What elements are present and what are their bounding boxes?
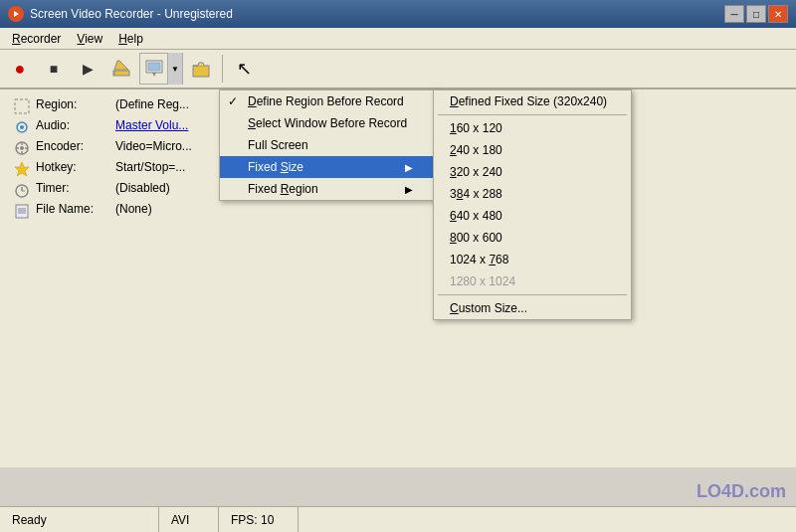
encoder-label: Encoder: (36, 139, 115, 153)
timer-label: Timer: (36, 181, 115, 195)
filename-label: File Name: (36, 202, 115, 216)
status-text: Ready (0, 507, 159, 532)
play-button[interactable]: ▶ (72, 53, 103, 85)
format-text: AVI (159, 507, 219, 532)
384x288-label: 384 x 288 (450, 187, 502, 201)
toolbar-separator (222, 55, 223, 83)
svg-point-11 (20, 125, 24, 129)
region-icon (12, 98, 32, 114)
main-dropdown-menu: ✓ Define Region Before Record Select Win… (219, 89, 438, 201)
svg-rect-8 (193, 66, 209, 77)
encoder-icon (12, 140, 32, 156)
submenu-160x120[interactable]: 160 x 120 (434, 117, 631, 139)
capture-main-button[interactable] (140, 53, 168, 85)
menu-bar: Recorder View Help (0, 28, 796, 50)
submenu-arrow-icon: ▶ (405, 162, 413, 173)
hotkey-icon (12, 161, 32, 177)
region-label: Region: (36, 97, 115, 111)
open-button[interactable] (185, 53, 217, 85)
record-button[interactable]: ● (4, 53, 36, 85)
minimize-button[interactable]: ─ (724, 5, 744, 23)
encoder-value: Video=Micro... (115, 139, 192, 153)
svg-rect-2 (113, 71, 129, 76)
filename-icon (12, 203, 32, 219)
svg-marker-18 (15, 162, 29, 176)
timer-icon (12, 182, 32, 198)
320x240-label: 320 x 240 (450, 165, 502, 179)
submenu-384x288[interactable]: 384 x 288 (434, 183, 631, 205)
menu-option-define-region[interactable]: ✓ Define Region Before Record (220, 90, 437, 112)
submenu-custom-size[interactable]: Custom Size... (434, 297, 631, 319)
maximize-button[interactable]: □ (746, 5, 766, 23)
select-window-label: Select Window Before Record (248, 116, 407, 130)
toolbar: ● ■ ▶ ▼ ↖ (0, 50, 796, 89)
title-bar-left: Screen Video Recorder - Unregistered (8, 6, 233, 22)
cursor-button[interactable]: ↖ (228, 53, 260, 85)
svg-marker-3 (114, 61, 128, 70)
submenu-1024x768[interactable]: 1024 x 768 (434, 249, 631, 270)
svg-rect-9 (15, 99, 29, 113)
hotkey-label: Hotkey: (36, 160, 115, 174)
timer-value: (Disabled) (115, 181, 170, 195)
stop-button[interactable]: ■ (38, 53, 70, 85)
submenu-divider-2 (438, 294, 627, 295)
region-value: (Define Reg... (115, 97, 189, 111)
capture-dropdown-arrow[interactable]: ▼ (168, 53, 182, 85)
title-bar: Screen Video Recorder - Unregistered ─ □… (0, 0, 796, 28)
edit-button[interactable] (105, 53, 137, 85)
audio-value: Master Volu... (115, 118, 188, 132)
1024x768-label: 1024 x 768 (450, 253, 508, 266)
submenu-640x480[interactable]: 640 x 480 (434, 205, 631, 227)
defined-fixed-size-label: Defined Fixed Size (320x240) (450, 94, 607, 108)
submenu-defined-fixed-size[interactable]: Defined Fixed Size (320x240) (434, 90, 631, 112)
filename-row: File Name: (None) (12, 202, 784, 219)
submenu-1280x1024: 1280 x 1024 (434, 270, 631, 292)
window-title: Screen Video Recorder - Unregistered (30, 7, 233, 21)
fixed-size-label: Fixed Size (248, 160, 303, 174)
audio-icon (12, 119, 32, 135)
svg-rect-6 (148, 63, 160, 71)
full-screen-label: Full Screen (248, 138, 308, 152)
submenu-divider-1 (438, 114, 627, 115)
checkmark-icon: ✓ (228, 94, 238, 108)
menu-option-fixed-size[interactable]: Fixed Size ▶ (220, 156, 437, 178)
audio-label: Audio: (36, 118, 115, 132)
custom-size-label: Custom Size... (450, 301, 527, 315)
filename-value: (None) (115, 202, 152, 216)
240x180-label: 240 x 180 (450, 143, 502, 157)
menu-view[interactable]: View (69, 30, 110, 48)
menu-option-full-screen[interactable]: Full Screen (220, 134, 437, 156)
svg-point-13 (20, 146, 24, 150)
fixed-region-label: Fixed Region (248, 182, 318, 196)
submenu-240x180[interactable]: 240 x 180 (434, 139, 631, 161)
160x120-label: 160 x 120 (450, 121, 502, 135)
menu-option-fixed-region[interactable]: Fixed Region ▶ (220, 178, 437, 200)
800x600-label: 800 x 600 (450, 231, 502, 245)
1280x1024-label: 1280 x 1024 (450, 274, 515, 288)
title-buttons: ─ □ ✕ (724, 5, 788, 23)
capture-dropdown[interactable]: ▼ (139, 53, 183, 85)
app-icon (8, 6, 24, 22)
menu-help[interactable]: Help (110, 30, 151, 48)
svg-marker-7 (152, 73, 156, 77)
640x480-label: 640 x 480 (450, 209, 502, 223)
submenu-fixed-size: Defined Fixed Size (320x240) 160 x 120 2… (433, 89, 632, 320)
menu-recorder[interactable]: Recorder (4, 30, 69, 48)
hotkey-value: Start/Stop=... (115, 160, 185, 174)
status-bar: Ready AVI FPS: 10 (0, 506, 796, 532)
menu-option-select-window[interactable]: Select Window Before Record (220, 112, 437, 134)
close-button[interactable]: ✕ (768, 5, 788, 23)
define-region-label: Define Region Before Record (248, 94, 404, 108)
submenu-arrow-region-icon: ▶ (405, 184, 413, 195)
watermark: LO4D.com (696, 481, 786, 502)
submenu-320x240[interactable]: 320 x 240 (434, 161, 631, 183)
submenu-800x600[interactable]: 800 x 600 (434, 227, 631, 249)
fps-text: FPS: 10 (219, 507, 298, 532)
